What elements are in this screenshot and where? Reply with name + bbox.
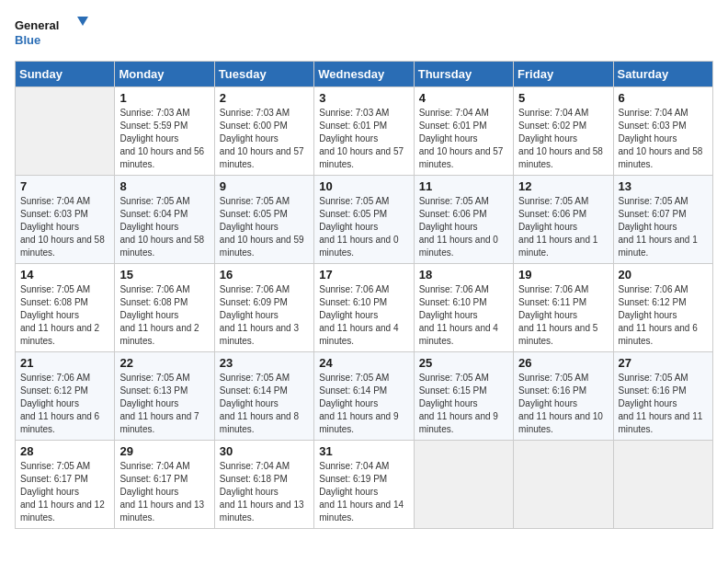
calendar-cell: 22Sunrise: 7:05 AMSunset: 6:13 PMDayligh…: [115, 352, 214, 441]
day-number: 1: [119, 91, 209, 105]
day-number: 14: [20, 268, 109, 282]
day-number: 21: [20, 356, 109, 370]
day-info: Sunrise: 7:06 AMSunset: 6:10 PMDaylight …: [419, 283, 508, 348]
calendar-cell: 14Sunrise: 7:05 AMSunset: 6:08 PMDayligh…: [16, 264, 115, 352]
calendar-cell: 5Sunrise: 7:04 AMSunset: 6:02 PMDaylight…: [514, 87, 613, 176]
day-info: Sunrise: 7:04 AMSunset: 6:03 PMDaylight …: [20, 195, 109, 259]
day-info: Sunrise: 7:05 AMSunset: 6:08 PMDaylight …: [20, 283, 109, 348]
day-number: 11: [419, 179, 508, 193]
day-info: Sunrise: 7:04 AMSunset: 6:18 PMDaylight …: [220, 460, 309, 524]
svg-text:Blue: Blue: [15, 33, 40, 47]
day-number: 2: [220, 91, 309, 105]
calendar-cell: 16Sunrise: 7:06 AMSunset: 6:09 PMDayligh…: [214, 264, 313, 352]
calendar-cell: 25Sunrise: 7:05 AMSunset: 6:15 PMDayligh…: [414, 352, 513, 441]
day-info: Sunrise: 7:04 AMSunset: 6:19 PMDaylight …: [319, 460, 408, 524]
day-info: Sunrise: 7:05 AMSunset: 6:16 PMDaylight …: [619, 372, 708, 436]
header-saturday: Saturday: [613, 62, 712, 87]
calendar-cell: 6Sunrise: 7:04 AMSunset: 6:03 PMDaylight…: [613, 87, 712, 176]
day-number: 30: [220, 444, 309, 458]
day-number: 22: [119, 356, 209, 370]
header-monday: Monday: [115, 62, 214, 87]
day-info: Sunrise: 7:06 AMSunset: 6:10 PMDaylight …: [319, 283, 408, 348]
day-info: Sunrise: 7:05 AMSunset: 6:04 PMDaylight …: [119, 195, 209, 259]
calendar-cell: 29Sunrise: 7:04 AMSunset: 6:17 PMDayligh…: [115, 441, 214, 529]
day-info: Sunrise: 7:04 AMSunset: 6:02 PMDaylight …: [518, 107, 608, 171]
logo-icon: General Blue: [15, 15, 88, 52]
day-number: 25: [419, 356, 508, 370]
calendar-cell: 24Sunrise: 7:05 AMSunset: 6:14 PMDayligh…: [314, 352, 414, 441]
day-info: Sunrise: 7:05 AMSunset: 6:17 PMDaylight …: [20, 460, 109, 524]
day-info: Sunrise: 7:04 AMSunset: 6:01 PMDaylight …: [419, 107, 508, 171]
calendar-cell: [613, 441, 712, 529]
day-number: 13: [619, 179, 708, 193]
day-number: 8: [119, 179, 209, 193]
day-info: Sunrise: 7:06 AMSunset: 6:12 PMDaylight …: [619, 283, 708, 348]
calendar-cell: 23Sunrise: 7:05 AMSunset: 6:14 PMDayligh…: [214, 352, 313, 441]
calendar-cell: 18Sunrise: 7:06 AMSunset: 6:10 PMDayligh…: [414, 264, 513, 352]
page-header: General Blue: [15, 15, 713, 52]
calendar-table: SundayMondayTuesdayWednesdayThursdayFrid…: [15, 61, 713, 529]
calendar-cell: 28Sunrise: 7:05 AMSunset: 6:17 PMDayligh…: [16, 441, 115, 529]
day-number: 19: [518, 268, 608, 282]
day-number: 9: [220, 179, 309, 193]
day-info: Sunrise: 7:05 AMSunset: 6:06 PMDaylight …: [419, 195, 508, 259]
day-info: Sunrise: 7:05 AMSunset: 6:16 PMDaylight …: [518, 372, 608, 436]
calendar-cell: 26Sunrise: 7:05 AMSunset: 6:16 PMDayligh…: [514, 352, 613, 441]
day-info: Sunrise: 7:04 AMSunset: 6:03 PMDaylight …: [619, 107, 708, 171]
header-thursday: Thursday: [414, 62, 513, 87]
day-info: Sunrise: 7:03 AMSunset: 6:01 PMDaylight …: [319, 107, 408, 171]
day-info: Sunrise: 7:05 AMSunset: 6:05 PMDaylight …: [220, 195, 309, 259]
day-info: Sunrise: 7:05 AMSunset: 6:15 PMDaylight …: [419, 372, 508, 436]
svg-marker-2: [77, 17, 88, 26]
day-info: Sunrise: 7:03 AMSunset: 5:59 PMDaylight …: [119, 107, 209, 171]
calendar-cell: [414, 441, 513, 529]
day-number: 7: [20, 179, 109, 193]
calendar-cell: 1Sunrise: 7:03 AMSunset: 5:59 PMDaylight…: [115, 87, 214, 176]
day-number: 20: [619, 268, 708, 282]
calendar-cell: 15Sunrise: 7:06 AMSunset: 6:08 PMDayligh…: [115, 264, 214, 352]
header-friday: Friday: [514, 62, 613, 87]
day-info: Sunrise: 7:05 AMSunset: 6:13 PMDaylight …: [119, 372, 209, 436]
day-number: 27: [619, 356, 708, 370]
week-row-3: 14Sunrise: 7:05 AMSunset: 6:08 PMDayligh…: [16, 264, 713, 352]
week-row-1: 1Sunrise: 7:03 AMSunset: 5:59 PMDaylight…: [16, 87, 713, 176]
day-number: 5: [518, 91, 608, 105]
header-sunday: Sunday: [16, 62, 115, 87]
day-info: Sunrise: 7:05 AMSunset: 6:14 PMDaylight …: [220, 372, 309, 436]
day-number: 17: [319, 268, 408, 282]
calendar-cell: 10Sunrise: 7:05 AMSunset: 6:05 PMDayligh…: [314, 176, 414, 264]
day-info: Sunrise: 7:03 AMSunset: 6:00 PMDaylight …: [220, 107, 309, 171]
week-row-2: 7Sunrise: 7:04 AMSunset: 6:03 PMDaylight…: [16, 176, 713, 264]
calendar-cell: 4Sunrise: 7:04 AMSunset: 6:01 PMDaylight…: [414, 87, 513, 176]
day-number: 31: [319, 444, 408, 458]
calendar-cell: 8Sunrise: 7:05 AMSunset: 6:04 PMDaylight…: [115, 176, 214, 264]
day-number: 26: [518, 356, 608, 370]
calendar-cell: 12Sunrise: 7:05 AMSunset: 6:06 PMDayligh…: [514, 176, 613, 264]
calendar-cell: 7Sunrise: 7:04 AMSunset: 6:03 PMDaylight…: [16, 176, 115, 264]
day-number: 6: [619, 91, 708, 105]
svg-text:General: General: [15, 18, 59, 32]
header-row: SundayMondayTuesdayWednesdayThursdayFrid…: [16, 62, 713, 87]
calendar-cell: 11Sunrise: 7:05 AMSunset: 6:06 PMDayligh…: [414, 176, 513, 264]
day-info: Sunrise: 7:05 AMSunset: 6:05 PMDaylight …: [319, 195, 408, 259]
day-number: 4: [419, 91, 508, 105]
calendar-cell: 9Sunrise: 7:05 AMSunset: 6:05 PMDaylight…: [214, 176, 313, 264]
week-row-4: 21Sunrise: 7:06 AMSunset: 6:12 PMDayligh…: [16, 352, 713, 441]
calendar-cell: 17Sunrise: 7:06 AMSunset: 6:10 PMDayligh…: [314, 264, 414, 352]
day-info: Sunrise: 7:05 AMSunset: 6:14 PMDaylight …: [319, 372, 408, 436]
week-row-5: 28Sunrise: 7:05 AMSunset: 6:17 PMDayligh…: [16, 441, 713, 529]
day-number: 3: [319, 91, 408, 105]
calendar-cell: 27Sunrise: 7:05 AMSunset: 6:16 PMDayligh…: [613, 352, 712, 441]
calendar-cell: 2Sunrise: 7:03 AMSunset: 6:00 PMDaylight…: [214, 87, 313, 176]
day-number: 23: [220, 356, 309, 370]
day-info: Sunrise: 7:04 AMSunset: 6:17 PMDaylight …: [119, 460, 209, 524]
calendar-cell: [514, 441, 613, 529]
day-number: 12: [518, 179, 608, 193]
day-number: 28: [20, 444, 109, 458]
calendar-cell: 20Sunrise: 7:06 AMSunset: 6:12 PMDayligh…: [613, 264, 712, 352]
header-tuesday: Tuesday: [214, 62, 313, 87]
day-number: 10: [319, 179, 408, 193]
day-info: Sunrise: 7:05 AMSunset: 6:06 PMDaylight …: [518, 195, 608, 259]
calendar-cell: 31Sunrise: 7:04 AMSunset: 6:19 PMDayligh…: [314, 441, 414, 529]
day-number: 29: [119, 444, 209, 458]
